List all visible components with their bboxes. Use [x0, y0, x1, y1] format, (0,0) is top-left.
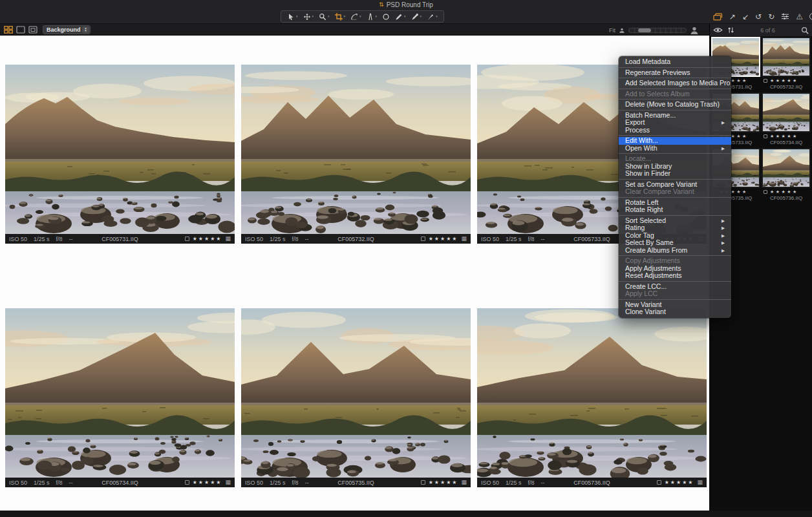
select-checkbox[interactable]	[421, 480, 425, 485]
photo-image[interactable]	[5, 308, 235, 478]
menu-item-label: Process	[625, 127, 650, 134]
arrow-ne-icon[interactable]: ↗	[729, 13, 736, 21]
crop-tool-button[interactable]: ▾	[332, 11, 348, 22]
thumb-star-rating[interactable]: ★★★★★	[770, 189, 798, 195]
menu-item-label: Add Selected Images to Media Pro Catalog	[625, 79, 731, 87]
menu-item-show-in-finder[interactable]: Show in Finder	[619, 170, 731, 178]
filmstrip-thumb[interactable]: ★★★★★ CF005736.IIQ	[762, 148, 811, 202]
warning-icon[interactable]: ⚠	[796, 13, 803, 21]
photo-image[interactable]	[477, 308, 707, 478]
select-checkbox[interactable]	[185, 480, 189, 485]
menu-separator	[619, 67, 731, 68]
compare-view-button[interactable]	[28, 26, 37, 34]
photo-cell[interactable]: ISO 50 1/25 s f/8 -- CF005734.IIQ ★★★★★ …	[5, 308, 235, 487]
menu-item-locate: Locate...	[619, 155, 731, 163]
spot-removal-tool-icon	[382, 13, 390, 21]
photo-image[interactable]	[241, 308, 471, 478]
menu-item-clone-variant[interactable]: Clone Variant	[619, 308, 731, 316]
proof-circle-icon[interactable]	[809, 13, 812, 20]
photo-image[interactable]	[241, 65, 471, 234]
single-view-button[interactable]	[16, 26, 25, 34]
menu-item-sort-selected[interactable]: Sort Selected▶	[619, 217, 731, 225]
menu-item-reset-adjustments[interactable]: Reset Adjustments	[619, 272, 731, 280]
menu-separator	[619, 197, 731, 198]
select-checkbox[interactable]	[185, 237, 189, 241]
thumb-image[interactable]	[762, 37, 811, 77]
draw-mask-tool-button[interactable]: ▾	[392, 11, 409, 22]
filters-icon[interactable]	[781, 13, 789, 20]
main-toolbar: ▾▾▾▾▾▾▾▾▾ ↗↙↺↻⚠	[0, 10, 812, 23]
menu-item-rotate-left[interactable]: Rotate Left	[619, 199, 731, 207]
browser-toggle-icon[interactable]	[713, 13, 723, 21]
eye-icon[interactable]	[713, 27, 723, 33]
menu-item-create-albums-from[interactable]: Create Albums From▶	[619, 247, 731, 255]
photo-image[interactable]	[5, 65, 235, 234]
thumb-large-icon	[690, 26, 698, 34]
straighten-tool-button[interactable]: ▾	[348, 11, 364, 22]
thumb-image[interactable]	[762, 92, 811, 132]
menu-item-delete-move-to-catalog-trash[interactable]: Delete (Move to Catalog Trash)	[619, 101, 731, 109]
star-rating[interactable]: ★★★★★	[193, 480, 222, 485]
crop-tool-icon	[335, 13, 343, 21]
sort-icon[interactable]	[727, 26, 734, 34]
menu-item-label: Open With	[625, 145, 657, 152]
menu-item-apply-adjustments[interactable]: Apply Adjustments	[619, 265, 731, 273]
menu-item-label: Reset Adjustments	[625, 272, 682, 279]
photo-cell[interactable]: ISO 50 1/25 s f/8 -- CF005731.IIQ ★★★★★ …	[5, 65, 235, 244]
menu-item-edit-with[interactable]: Edit With...	[619, 137, 731, 145]
filmstrip-thumb[interactable]: ★★★★★ CF005734.IIQ	[762, 92, 811, 146]
menu-item-label: Add to Selects Album	[625, 90, 690, 98]
menu-item-process[interactable]: Process	[619, 127, 731, 134]
star-rating[interactable]: ★★★★★	[193, 236, 222, 242]
menu-item-export[interactable]: Export▶	[619, 119, 731, 127]
menu-item-color-tag[interactable]: Color Tag▶	[619, 232, 731, 240]
menu-item-open-with[interactable]: Open With▶	[619, 145, 731, 153]
thumb-checkbox[interactable]	[764, 134, 767, 138]
menu-item-new-variant[interactable]: New Variant	[619, 301, 731, 309]
cursor-tool-button[interactable]: ▾	[284, 11, 301, 22]
zoom-slider-handle[interactable]	[638, 28, 651, 32]
select-checkbox[interactable]	[657, 480, 661, 485]
menu-item-label: Show in Finder	[625, 170, 670, 177]
menu-item-label: Create Albums From	[625, 247, 687, 254]
keystone-tool-button[interactable]: ▾	[364, 11, 380, 22]
thumb-filename: CF005732.IIQ	[762, 84, 811, 90]
menu-item-show-in-library[interactable]: Show in Library	[619, 163, 731, 171]
eyedropper-tool-button[interactable]: ▾	[409, 11, 425, 22]
thumb-checkbox[interactable]	[764, 79, 767, 83]
thumb-star-rating[interactable]: ★★★★★	[770, 78, 798, 83]
menu-item-regenerate-previews[interactable]: Regenerate Previews	[619, 69, 731, 77]
menu-item-rating[interactable]: Rating▶	[619, 224, 731, 232]
menu-item-batch-rename[interactable]: Batch Rename...	[619, 112, 731, 120]
thumb-image[interactable]	[762, 148, 811, 188]
menu-item-select-by-same[interactable]: Select By Same▶	[619, 239, 731, 247]
loupe-tool-button[interactable]: ▾	[316, 11, 332, 22]
exposure-label: --	[69, 480, 73, 486]
menu-item-set-as-compare-variant[interactable]: Set as Compare Variant	[619, 181, 731, 189]
undo-icon[interactable]: ↺	[755, 13, 762, 21]
background-select[interactable]: Background ▲▼	[43, 25, 91, 34]
menu-item-load-metadata[interactable]: Load Metadata	[619, 58, 731, 66]
photo-cell[interactable]: ISO 50 1/25 s f/8 -- CF005736.IIQ ★★★★★ …	[477, 308, 707, 487]
star-rating[interactable]: ★★★★★	[429, 480, 458, 485]
spot-removal-tool-button[interactable]	[379, 11, 392, 22]
photo-cell[interactable]: ISO 50 1/25 s f/8 -- CF005732.IIQ ★★★★★ …	[241, 65, 471, 244]
redo-icon[interactable]: ↻	[768, 13, 775, 21]
grid-view-button[interactable]	[4, 26, 13, 34]
pan-tool-button[interactable]: ▾	[301, 11, 317, 22]
menu-item-create-lcc[interactable]: Create LCC...	[619, 283, 731, 291]
menu-item-add-selected-images-to-media-pro-catalog[interactable]: Add Selected Images to Media Pro Catalog	[619, 79, 731, 87]
search-icon[interactable]	[801, 26, 809, 34]
filmstrip-thumb[interactable]: ★★★★★ CF005732.IIQ	[762, 37, 811, 90]
star-rating[interactable]: ★★★★★	[665, 480, 694, 485]
thumb-checkbox[interactable]	[764, 190, 767, 194]
select-checkbox[interactable]	[421, 237, 425, 241]
adjustments-brush-tool-button[interactable]: ▾	[424, 11, 440, 22]
star-rating[interactable]: ★★★★★	[429, 236, 458, 242]
arrow-sw-icon[interactable]: ↙	[742, 13, 749, 21]
thumb-star-rating[interactable]: ★★★★★	[770, 134, 798, 139]
exposure-label: --	[305, 236, 309, 242]
menu-item-rotate-right[interactable]: Rotate Right	[619, 206, 731, 214]
zoom-slider[interactable]	[628, 28, 687, 33]
photo-cell[interactable]: ISO 50 1/25 s f/8 -- CF005735.IIQ ★★★★★ …	[241, 308, 471, 487]
